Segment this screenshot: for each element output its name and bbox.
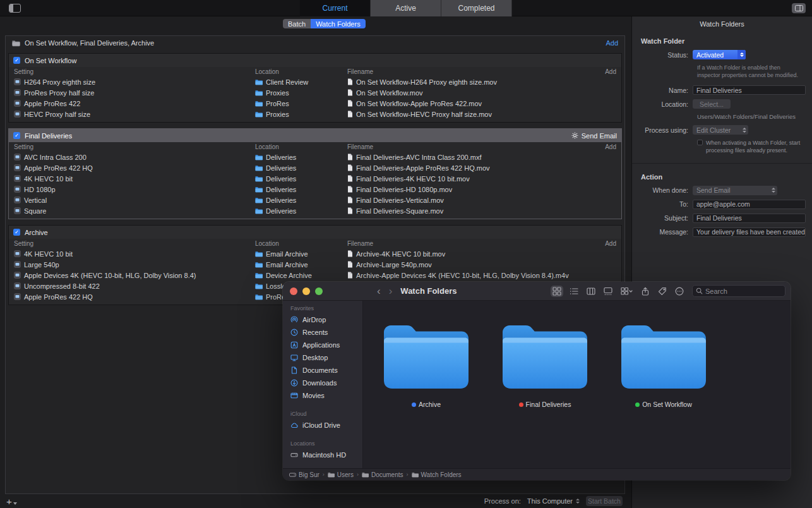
setting-icon [14, 272, 21, 279]
setting-icon [14, 293, 21, 300]
cell-location: Client Review [255, 78, 347, 86]
more-icon[interactable] [673, 286, 686, 297]
gallery-view-icon[interactable] [602, 286, 614, 297]
icon-view-icon[interactable] [551, 286, 563, 297]
name-field[interactable]: Final Deliveries [693, 85, 806, 95]
back-button[interactable]: ‹ [377, 286, 381, 296]
output-row[interactable]: HEVC Proxy half sizeProxiesOn Set Workfl… [9, 109, 621, 119]
search-input[interactable]: Search [692, 285, 785, 297]
add-output-button[interactable]: Add [595, 68, 616, 75]
group-header[interactable]: Final Deliveries Send Email [9, 129, 621, 142]
group-header[interactable]: On Set Workflow [9, 54, 621, 67]
add-watch-folder-button[interactable]: Add [606, 39, 618, 47]
group-checkbox[interactable] [13, 132, 20, 139]
column-view-icon[interactable] [585, 286, 597, 297]
tab-active[interactable]: Active [371, 0, 441, 16]
status-select[interactable]: Activated [693, 50, 746, 59]
file-icon [347, 164, 353, 171]
output-row[interactable]: HD 1080pDeliveriesFinal Deliveries-HD 10… [9, 184, 621, 195]
cell-filename: Final Deliveries-4K HEVC 10 bit.mov [347, 175, 595, 183]
group-checkbox[interactable] [13, 57, 20, 64]
path-item[interactable]: Watch Folders [412, 471, 462, 478]
process-using-select[interactable]: Edit Cluster [693, 125, 748, 135]
group-header[interactable]: Archive [9, 226, 621, 239]
folder-icon [255, 176, 263, 182]
location-select-button[interactable]: Select... [693, 99, 731, 109]
setting-icon [14, 78, 21, 85]
sidebar-toggle-icon[interactable] [9, 4, 21, 13]
tag-icon[interactable] [656, 286, 669, 297]
minimize-button[interactable] [302, 287, 310, 295]
group-by-icon[interactable] [619, 286, 635, 297]
finder-folder-on-set-workflow[interactable]: On Set Workflow [608, 317, 719, 408]
output-row[interactable]: 4K HEVC 10 bitDeliveriesFinal Deliveries… [9, 173, 621, 184]
output-row[interactable]: AVC Intra Class 200DeliveriesFinal Deliv… [9, 152, 621, 162]
to-field[interactable]: apple@apple.com [693, 200, 806, 209]
message-field[interactable]: Your delivery files have been created [693, 227, 806, 237]
checkbox-icon[interactable] [697, 140, 703, 145]
file-icon [347, 207, 353, 214]
output-row[interactable]: Large 540pEmail ArchiveArchive-Large 540… [9, 259, 621, 270]
tab-current[interactable]: Current [300, 0, 371, 16]
setting-icon [14, 250, 21, 257]
tab-completed[interactable]: Completed [441, 0, 512, 16]
finder-folder-final-deliveries[interactable]: Final Deliveries [489, 317, 600, 408]
cell-setting: Apple ProRes 422 HQ [14, 293, 255, 301]
sidebar-item-airdrop[interactable]: AirDrop [287, 313, 359, 326]
sidebar-item-movies[interactable]: Movies [287, 389, 359, 402]
column-setting: Setting [14, 68, 255, 75]
start-batch-button[interactable]: Start Batch [586, 496, 623, 506]
output-row[interactable]: 4K HEVC 10 bitEmail ArchiveArchive-4K HE… [9, 248, 621, 259]
sidebar-item-icloud-drive[interactable]: iCloud Drive [287, 419, 359, 432]
path-separator: › [407, 471, 409, 478]
finder-folder-archive[interactable]: Archive [371, 317, 482, 408]
sidebar-item-recents[interactable]: Recents [287, 326, 359, 339]
cell-location: Deliveries [255, 164, 347, 172]
share-icon[interactable] [639, 286, 652, 297]
path-item[interactable]: Big Sur [289, 471, 319, 478]
cell-filename: Final Deliveries-Square.mov [347, 207, 595, 215]
sidebar-item-desktop[interactable]: Desktop [287, 351, 359, 364]
sidebar-item-downloads[interactable]: Downloads [287, 377, 359, 389]
list-view-icon[interactable] [568, 286, 580, 297]
batch-folder-icon [12, 40, 20, 47]
add-output-button[interactable]: Add [595, 143, 616, 150]
cell-setting: Uncompressed 8-bit 422 [14, 282, 255, 290]
folder-label: On Set Workflow [635, 401, 692, 408]
search-icon [696, 287, 703, 294]
process-on-select[interactable]: This Computer [527, 497, 580, 505]
close-button[interactable] [290, 287, 297, 295]
output-row[interactable]: Apple Devices 4K (HEVC 10-bit, HLG, Dolb… [9, 270, 621, 281]
sidebar-item-macintosh-hd[interactable]: Macintosh HD [287, 449, 359, 461]
zoom-button[interactable] [315, 287, 323, 295]
start-processing-checkbox[interactable]: When activating a Watch Folder, start pr… [697, 139, 803, 154]
group-checkbox[interactable] [13, 229, 20, 236]
sidebar-item-applications[interactable]: Applications [287, 339, 359, 351]
cell-filename: Archive-Apple Devices 4K (HEVC 10-bit, H… [347, 272, 595, 279]
add-batch-button[interactable]: + [5, 497, 17, 506]
bottom-bar: + Process on: This Computer Start Batch [5, 494, 625, 508]
sidebar-item-documents[interactable]: Documents [287, 364, 359, 377]
cell-location: Proxies [255, 111, 347, 118]
cell-setting: Apple ProRes 422 HQ [14, 164, 255, 172]
add-output-button[interactable]: Add [595, 240, 616, 247]
output-row[interactable]: Apple ProRes 422ProResOn Set Workflow-Ap… [9, 98, 621, 109]
when-done-select[interactable]: Send Email [693, 186, 777, 195]
output-row[interactable]: H264 Proxy eighth sizeClient ReviewOn Se… [9, 76, 621, 87]
cell-location: Proxies [255, 89, 347, 97]
output-row[interactable]: Apple ProRes 422 HQDeliveriesFinal Deliv… [9, 162, 621, 173]
downloads-icon [290, 379, 299, 387]
folder-icon [255, 165, 263, 171]
mode-batch[interactable]: Batch [283, 19, 311, 28]
path-item[interactable]: Users [328, 471, 354, 478]
output-row[interactable]: VerticalDeliveriesFinal Deliveries-Verti… [9, 195, 621, 205]
inspector-toggle-icon[interactable] [792, 3, 806, 13]
output-row[interactable]: ProRes Proxy half sizeProxiesOn Set Work… [9, 87, 621, 98]
gear-icon[interactable] [571, 132, 578, 139]
divider [632, 163, 812, 164]
path-item[interactable]: Documents [362, 471, 403, 478]
mode-watch-folders[interactable]: Watch Folders [311, 19, 366, 28]
forward-button[interactable]: › [389, 286, 393, 296]
output-row[interactable]: SquareDeliveriesFinal Deliveries-Square.… [9, 205, 621, 216]
subject-field[interactable]: Final Deliveries [693, 214, 806, 223]
